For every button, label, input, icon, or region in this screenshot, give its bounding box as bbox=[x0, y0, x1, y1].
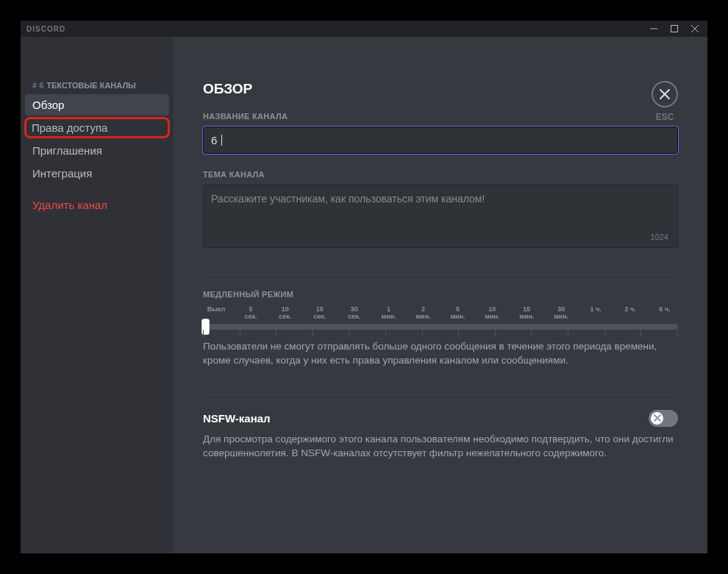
tick-label: 2 ч. bbox=[617, 306, 643, 321]
sidebar-header-label: ТЕКСТОВЫЕ КАНАЛЫ bbox=[46, 81, 136, 90]
sidebar-item-label: Интеграция bbox=[32, 167, 92, 180]
tick-label: 1 ч. bbox=[582, 306, 609, 321]
svg-rect-0 bbox=[671, 26, 678, 32]
sidebar-item-integrations[interactable]: Интеграция bbox=[25, 163, 169, 184]
tick-label: 30 мин. bbox=[548, 306, 574, 321]
main-panel: ОБЗОР НАЗВАНИЕ КАНАЛА 6 ТЕМА КАНАЛА Расс… bbox=[174, 37, 707, 553]
tick-label: 1 мин. bbox=[376, 306, 402, 321]
app-window: DISCORD # 6 ТЕКСТОВЫЕ КАНАЛЫ Обзор Права… bbox=[21, 21, 707, 553]
toggle-knob bbox=[651, 412, 663, 425]
sidebar-item-label: Обзор bbox=[32, 99, 64, 111]
channel-topic-placeholder: Расскажите участникам, как пользоваться … bbox=[211, 193, 485, 205]
sidebar-item-delete-channel[interactable]: Удалить канал bbox=[25, 194, 169, 216]
tick-label: 10 сек. bbox=[272, 306, 299, 321]
divider bbox=[203, 394, 678, 395]
sidebar-item-invites[interactable]: Приглашения bbox=[25, 140, 169, 161]
channel-topic-input[interactable]: Расскажите участникам, как пользоваться … bbox=[203, 185, 678, 248]
window-controls bbox=[644, 21, 704, 36]
tick-label: 5 сек. bbox=[238, 306, 264, 321]
divider bbox=[203, 274, 678, 275]
sidebar-header: # 6 ТЕКСТОВЫЕ КАНАЛЫ bbox=[25, 81, 169, 94]
channel-topic-label: ТЕМА КАНАЛА bbox=[203, 170, 678, 179]
close-icon bbox=[652, 81, 678, 107]
tick-label: 5 мин. bbox=[444, 306, 471, 321]
sidebar-item-label: Удалить канал bbox=[32, 199, 107, 211]
close-window-button[interactable] bbox=[685, 21, 704, 36]
tick-label: 6 ч. bbox=[652, 306, 678, 321]
channel-name-input[interactable]: 6 bbox=[203, 127, 678, 154]
esc-label: ESC bbox=[656, 112, 674, 122]
char-counter: 1024 bbox=[651, 233, 668, 241]
channel-name-block: НАЗВАНИЕ КАНАЛА 6 bbox=[203, 112, 678, 154]
channel-name-label: НАЗВАНИЕ КАНАЛА bbox=[203, 112, 678, 121]
nsfw-block: NSFW-канал Для просмотра содержимого это… bbox=[203, 410, 678, 461]
channel-name-value: 6 bbox=[211, 134, 217, 146]
nsfw-title: NSFW-канал bbox=[203, 412, 271, 425]
settings-sidebar: # 6 ТЕКСТОВЫЕ КАНАЛЫ Обзор Права доступа… bbox=[21, 37, 174, 553]
app-brand: DISCORD bbox=[26, 25, 65, 33]
sidebar-item-permissions[interactable]: Права доступа bbox=[24, 117, 170, 138]
minimize-button[interactable] bbox=[644, 21, 663, 36]
slider-ticks: Выкл 5 сек. 10 сек. 15 сек. 30 сек. 1 ми… bbox=[203, 306, 678, 321]
sidebar-item-overview[interactable]: Обзор bbox=[25, 94, 169, 116]
slowmode-help: Пользователи не смогут отправлять больше… bbox=[203, 340, 678, 368]
sidebar-item-label: Права доступа bbox=[32, 121, 107, 134]
tick-marks bbox=[203, 330, 678, 337]
maximize-button[interactable] bbox=[665, 21, 684, 36]
nsfw-help: Для просмотра содержимого этого канала п… bbox=[203, 433, 678, 461]
content-area: # 6 ТЕКСТОВЫЕ КАНАЛЫ Обзор Права доступа… bbox=[21, 37, 707, 553]
slowmode-label: МЕДЛЕННЫЙ РЕЖИМ bbox=[203, 290, 293, 299]
tick-label: 30 сек. bbox=[341, 306, 368, 321]
channel-topic-block: ТЕМА КАНАЛА Расскажите участникам, как п… bbox=[203, 170, 678, 248]
slider-track bbox=[203, 324, 678, 330]
tick-label: 15 мин. bbox=[513, 306, 540, 321]
tick-label: 10 мин. bbox=[479, 306, 505, 321]
tick-label: 2 мин. bbox=[410, 306, 437, 321]
slowmode-slider[interactable]: Выкл 5 сек. 10 сек. 15 сек. 30 сек. 1 ми… bbox=[203, 306, 678, 330]
tick-label: 15 сек. bbox=[307, 306, 333, 321]
nsfw-toggle[interactable] bbox=[649, 410, 678, 427]
close-settings-button[interactable]: ESC bbox=[652, 81, 678, 122]
titlebar: DISCORD bbox=[21, 21, 707, 37]
sidebar-item-label: Приглашения bbox=[32, 144, 102, 157]
slowmode-block: МЕДЛЕННЫЙ РЕЖИМ Выкл 5 сек. 10 сек. 15 с… bbox=[203, 290, 678, 368]
page-title: ОБЗОР bbox=[203, 81, 678, 97]
hash-icon: # 6 bbox=[32, 81, 43, 90]
